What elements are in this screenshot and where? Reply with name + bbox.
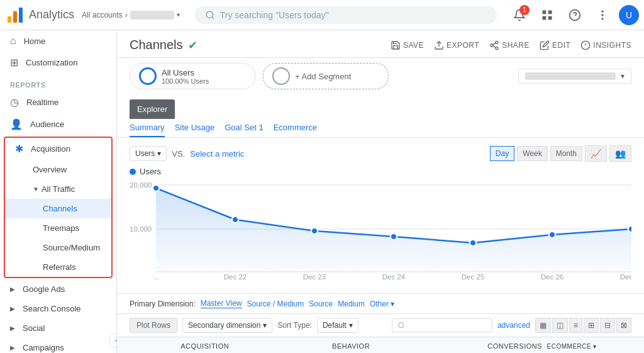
segment-circle-icon (139, 67, 157, 85)
day-button[interactable]: Day (490, 146, 514, 161)
tab-goal-set[interactable]: Goal Set 1 (225, 123, 263, 137)
sidebar-item-google-ads[interactable]: ▶ Google Ads (0, 279, 116, 299)
svg-point-35 (628, 226, 631, 232)
sidebar-item-campaigns[interactable]: ▶ Campaigns (0, 338, 116, 353)
sort-default-dropdown[interactable]: Default ▾ (317, 318, 358, 333)
other-link[interactable]: Other ▾ (370, 300, 394, 308)
legend-label: Users (140, 167, 161, 176)
term-cloud-button[interactable]: ⊞ (584, 318, 599, 333)
svg-text:Dec 22: Dec 22 (224, 273, 247, 279)
plot-rows-button[interactable]: Plot Rows (130, 318, 177, 333)
sidebar-item-home[interactable]: ⌂ Home (0, 30, 116, 52)
segment-name: All Users (162, 68, 209, 77)
export-button[interactable]: EXPORT (434, 40, 479, 50)
account-nav[interactable]: All accounts › ▾ (82, 11, 180, 20)
search-placeholder: Try searching "Users today" (220, 10, 329, 20)
segment-info: All Users 100.00% Users (162, 68, 209, 85)
sidebar-item-customization[interactable]: ⊞ Customization (0, 52, 116, 74)
svg-point-11 (601, 10, 603, 12)
svg-point-32 (391, 233, 397, 240)
chart-legend: Users (130, 167, 631, 176)
sidebar-campaigns-label: Campaigns (23, 343, 64, 352)
explorer-tab[interactable]: Explorer (130, 99, 175, 119)
sidebar-item-channels[interactable]: Channels (5, 199, 111, 218)
checkbox-header[interactable] (117, 337, 138, 354)
sidebar-social-label: Social (23, 323, 45, 333)
sub-tabs: Summary Site Usage Goal Set 1 Ecommerce (130, 119, 631, 137)
dimension-row: Primary Dimension: Master View Source / … (117, 293, 644, 313)
date-range-selector[interactable]: ▾ (518, 69, 631, 84)
advanced-link[interactable]: advanced (497, 321, 530, 330)
table-view-button[interactable]: ⊠ (616, 318, 631, 333)
help-button[interactable] (564, 4, 586, 26)
ecommerce-badge[interactable]: eCommerce ▾ (547, 343, 597, 350)
sidebar-item-audience[interactable]: 👤 Audience (0, 113, 116, 135)
sidebar-item-social[interactable]: ▶ Social (0, 318, 116, 338)
select-metric[interactable]: Select a metric (190, 149, 244, 159)
sidebar-referrals-label: Referrals (43, 262, 76, 272)
comparison-view-button[interactable]: ≡ (569, 318, 582, 333)
sidebar-item-treemaps[interactable]: Treemaps (5, 218, 111, 238)
grid-view-button[interactable]: ▦ (535, 318, 551, 333)
sidebar-item-all-traffic[interactable]: ▼ All Traffic (5, 179, 111, 199)
sidebar-item-referrals[interactable]: Referrals (5, 257, 111, 277)
svg-point-3 (206, 11, 213, 18)
account-placeholder (130, 11, 174, 20)
reports-section-label: REPORTS (0, 74, 116, 91)
source-link[interactable]: Source (309, 300, 333, 308)
search-icon (205, 10, 215, 20)
sidebar-overview-label: Overview (33, 165, 67, 174)
sidebar-item-acquisition[interactable]: ✱ Acquisition (5, 138, 111, 160)
tab-ecommerce[interactable]: Ecommerce (274, 123, 317, 137)
svg-point-17 (496, 47, 498, 49)
svg-point-33 (470, 240, 477, 246)
sidebar-item-overview[interactable]: Overview (5, 160, 111, 179)
sidebar-google-ads-label: Google Ads (23, 284, 65, 294)
expand-icon-social: ▶ (10, 325, 15, 332)
pivot-view-button[interactable]: ◫ (552, 318, 568, 333)
more-button[interactable] (591, 4, 614, 26)
customization-icon: ⊞ (10, 57, 18, 69)
header-actions: SAVE EXPORT SHARE EDIT (391, 40, 631, 50)
line-chart-button[interactable]: 📈 (585, 145, 607, 162)
source-medium-link[interactable]: Source / Medium (247, 300, 304, 308)
svg-point-15 (496, 41, 498, 43)
vs-text: VS. (172, 149, 185, 159)
svg-point-34 (549, 232, 556, 238)
add-segment-button[interactable]: + Add Segment (263, 63, 389, 89)
users-metric-dropdown[interactable]: Users ▾ (130, 146, 167, 161)
notification-button[interactable]: 1 (508, 4, 531, 26)
svg-rect-6 (548, 10, 552, 14)
view-buttons: ▦ ◫ ≡ ⊞ ⊟ ⊠ (535, 318, 631, 333)
avatar[interactable]: U (619, 5, 639, 25)
bar-chart-button[interactable]: 👥 (609, 145, 631, 162)
content-area: Channels ✔ SAVE EXPORT SHARE (117, 30, 644, 353)
save-button[interactable]: SAVE (391, 40, 424, 50)
tab-site-usage[interactable]: Site Usage (175, 123, 215, 137)
acquisition-icon: ✱ (15, 143, 23, 155)
share-button[interactable]: SHARE (489, 40, 530, 50)
clock-icon: ◷ (10, 96, 19, 108)
secondary-dimension-dropdown[interactable]: Secondary dimension ▾ (182, 318, 272, 333)
all-users-segment[interactable]: All Users 100.00% Users (130, 63, 255, 89)
notification-badge: 1 (519, 5, 530, 15)
scorecard-button[interactable]: ⊟ (600, 318, 615, 333)
medium-link[interactable]: Medium (338, 300, 365, 308)
insights-button[interactable]: INSIGHTS (580, 40, 631, 50)
sidebar-item-realtime[interactable]: ◷ Realtime (0, 91, 116, 113)
apps-button[interactable] (536, 4, 558, 26)
svg-rect-8 (548, 16, 552, 20)
week-button[interactable]: Week (517, 146, 547, 161)
help-icon (569, 9, 581, 21)
svg-marker-28 (156, 188, 631, 272)
table-search-input[interactable] (392, 318, 492, 332)
segment-row: All Users 100.00% Users + Add Segment ▾ (117, 58, 644, 94)
add-segment-circle (272, 67, 290, 85)
sidebar-item-source-medium[interactable]: Source/Medium (5, 238, 111, 257)
master-view-link[interactable]: Master View (201, 299, 242, 308)
tab-summary[interactable]: Summary (130, 123, 165, 137)
search-bar[interactable]: Try searching "Users today" (195, 6, 497, 24)
month-button[interactable]: Month (550, 146, 582, 161)
edit-button[interactable]: EDIT (540, 40, 570, 50)
sidebar-item-search-console[interactable]: ▶ Search Console (0, 299, 116, 318)
